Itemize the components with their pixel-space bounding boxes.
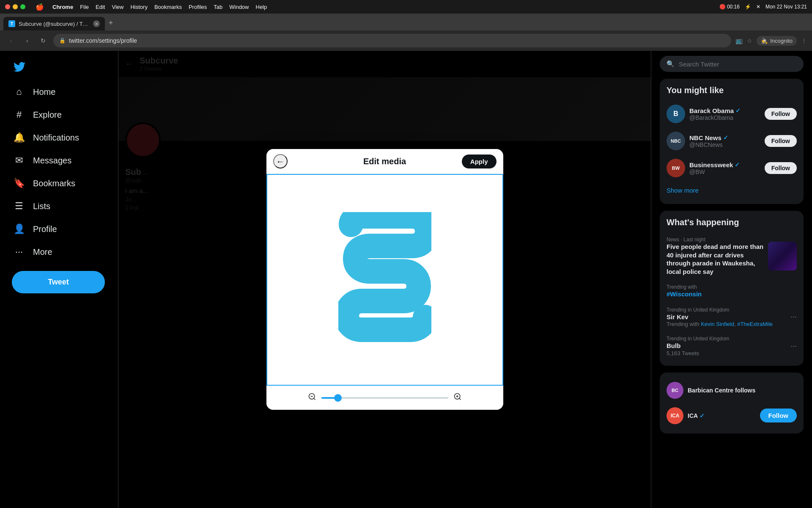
ica-verified-icon: ✓ [700,412,705,419]
barbican-item[interactable]: BC Barbican Centre follows [660,378,804,403]
address-input[interactable]: 🔒 twitter.com/settings/profile [53,34,731,47]
close-dot[interactable] [5,4,10,9]
minimize-dot[interactable] [13,4,18,9]
browser-menu-icon[interactable]: ⋮ [801,37,807,44]
trend-item-sirkev[interactable]: Trending in United Kingdom Sir Kev Trend… [660,303,804,332]
menu-edit[interactable]: Edit [96,4,105,10]
modal-back-button[interactable]: ← [273,154,288,168]
trend-meta-sirkev: Trending in United Kingdom [667,307,790,313]
sidebar-item-more[interactable]: ··· More [7,241,111,262]
bookmark-star-icon[interactable]: ☆ [747,37,752,44]
messages-icon: ✉ [14,155,25,166]
bw-verified-icon: ✓ [735,161,740,168]
menu-view[interactable]: View [112,4,123,10]
window-controls[interactable] [5,4,25,9]
nbc-avatar: NBC [667,132,685,150]
tab-close-button[interactable]: ✕ [93,20,100,27]
tab-favicon: T [8,20,15,27]
barbican-info: Barbican Centre follows [688,387,755,394]
modal-apply-button[interactable]: Apply [462,155,497,168]
you-might-like-title: You might like [660,84,804,100]
trend-item-waukesha[interactable]: News · Last night Five people dead and m… [660,232,804,280]
show-more-link[interactable]: Show more [660,182,804,199]
trend-more-icon-bulb[interactable]: ··· [790,342,797,351]
tab-title: Subcurve (@subcurve) / Twitte... [19,21,90,27]
whats-happening-section: What's happening News · Last night Five … [660,211,804,366]
app-name[interactable]: Chrome [52,4,73,10]
sidebar-item-lists[interactable]: ☰ Lists [7,196,111,217]
menu-window[interactable]: Window [229,4,249,10]
sidebar-label-more: More [33,247,52,257]
follow-nbc-button[interactable]: Follow [765,135,797,147]
new-tab-button[interactable]: + [105,17,117,29]
menu-profiles[interactable]: Profiles [189,4,207,10]
forward-button[interactable]: › [21,35,33,47]
search-icon: 🔍 [667,60,675,68]
obama-info: Barack Obama ✓ @BarackObama [689,107,760,121]
zoom-in-icon[interactable] [453,392,462,403]
sidebar-item-notifications[interactable]: 🔔 Notifications [7,127,111,148]
barbican-name: Barbican Centre follows [688,387,755,394]
menu-history[interactable]: History [130,4,147,10]
back-button[interactable]: ‹ [5,35,17,47]
sidebar-label-home: Home [33,87,55,97]
menu-help[interactable]: Help [256,4,267,10]
sidebar-item-messages[interactable]: ✉ Messages [7,150,111,171]
maximize-dot[interactable] [20,4,25,9]
zoom-slider[interactable] [321,397,448,399]
modal-header: ← Edit media Apply [266,149,503,174]
trend-extra-sirkev: Trending with Kevin Sinfield, #TheExtraM… [667,321,790,327]
edit-media-modal: ← Edit media Apply [266,149,503,410]
nbc-handle: @NBCNews [689,141,760,148]
left-sidebar: ⌂ Home # Explore 🔔 Notifications ✉ Messa… [0,51,118,508]
notification-icon: 🔔 [14,132,25,143]
follow-obama-button[interactable]: Follow [765,108,797,120]
reload-button[interactable]: ↻ [37,35,49,47]
browser-actions: 📺 ☆ 🕵 Incognito ⋮ [735,36,807,46]
search-placeholder: Search Twitter [679,61,719,68]
tweet-button[interactable]: Tweet [12,271,105,293]
suggest-item-bw[interactable]: BW Businessweek ✓ @BW Follow [660,155,804,182]
trend-title-bulb: Bulb [667,342,790,350]
trend-more-icon-sirkev[interactable]: ··· [790,312,797,321]
zoom-slider-thumb[interactable] [334,394,342,402]
search-box[interactable]: 🔍 Search Twitter [660,56,804,72]
menu-file[interactable]: File [80,4,89,10]
sidebar-item-profile[interactable]: 👤 Profile [7,218,111,240]
modal-zoom-bar [266,386,503,410]
time-display: Mon 22 Nov 13:21 [765,4,807,10]
trend-item-bulb[interactable]: Trending in United Kingdom Bulb 5,163 Tw… [660,331,804,361]
svg-line-4 [459,398,461,400]
sidebar-item-explore[interactable]: # Explore [7,104,111,125]
twitter-layout: ⌂ Home # Explore 🔔 Notifications ✉ Messa… [0,51,812,508]
subcurve-logo-image [338,212,431,348]
sidebar-item-bookmarks[interactable]: 🔖 Bookmarks [7,173,111,194]
follow-ica-button[interactable]: Follow [760,409,797,422]
zoom-out-icon[interactable] [308,392,316,403]
tab-bar: T Subcurve (@subcurve) / Twitte... ✕ + [0,14,812,30]
lists-icon: ☰ [14,201,25,212]
obama-avatar: B [667,105,685,123]
nbc-info: NBC News ✓ @NBCNews [689,134,760,148]
active-tab[interactable]: T Subcurve (@subcurve) / Twitte... ✕ [3,17,105,30]
ica-info: ICA ✓ [688,412,756,419]
address-text: twitter.com/settings/profile [69,37,725,44]
suggest-item-obama[interactable]: B Barack Obama ✓ @BarackObama Follow [660,100,804,127]
menu-bookmarks[interactable]: Bookmarks [154,4,182,10]
obama-name: Barack Obama ✓ [689,107,760,114]
follow-bw-button[interactable]: Follow [765,162,797,174]
cast-icon[interactable]: 📺 [735,37,743,44]
suggest-item-nbc[interactable]: NBC NBC News ✓ @NBCNews Follow [660,127,804,155]
modal-image-area [266,174,503,386]
trend-item-wisconsin[interactable]: Trending with #Wisconsin [660,280,804,303]
apple-menu[interactable]: 🍎 [36,3,44,11]
trend-title-sirkev: Sir Kev [667,313,790,321]
sidebar-item-home[interactable]: ⌂ Home [7,81,111,102]
modal-title: Edit media [294,157,475,166]
trend-meta-news: News · Last night [667,237,765,243]
twitter-logo[interactable] [10,58,29,76]
ica-item[interactable]: ICA ICA ✓ Follow [660,403,804,428]
profile-icon: 👤 [14,224,25,235]
trend-image-waukesha [768,242,797,271]
menu-tab[interactable]: Tab [214,4,222,10]
